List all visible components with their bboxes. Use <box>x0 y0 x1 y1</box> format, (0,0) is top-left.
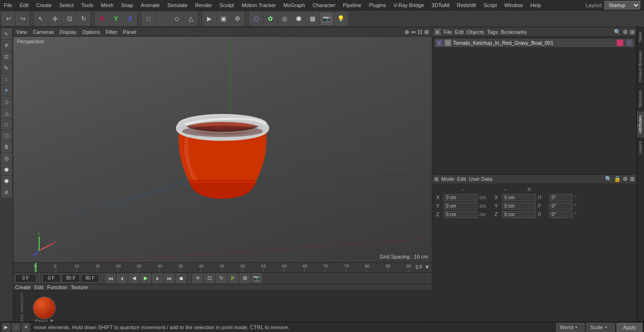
object-mode-button[interactable]: □ <box>142 12 155 25</box>
layout-dropdown[interactable]: Startup Standard Sculpting <box>604 1 640 9</box>
rotate-tool-transport[interactable]: ↻ <box>216 274 226 283</box>
tab-layers[interactable]: Layers <box>637 137 644 158</box>
scale-tool-transport[interactable]: ⊡ <box>204 274 215 283</box>
light-button[interactable]: 💡 <box>334 12 347 25</box>
viewport-menu-view[interactable]: View <box>16 29 27 35</box>
material-item[interactable]: Gravy_B <box>33 297 56 322</box>
grid-transport[interactable]: ⊞ <box>239 274 250 283</box>
left-tool-12[interactable]: ◎ <box>1 153 12 163</box>
edge-mode-button[interactable]: ◇ <box>170 12 183 25</box>
object-color-swatch[interactable] <box>617 40 623 46</box>
y-position-input[interactable] <box>444 202 478 210</box>
left-tool-scale[interactable]: ⊡ <box>1 51 12 62</box>
timeline-ruler[interactable]: 0 5 10 15 20 25 30 <box>13 263 432 272</box>
left-tool-select[interactable]: ↖ <box>1 29 12 39</box>
scene-button[interactable]: ▦ <box>306 12 319 25</box>
menu-motion-tracker[interactable]: Motion Tracker <box>238 1 280 9</box>
menu-file[interactable]: File <box>0 1 16 9</box>
redo-button[interactable]: ↪ <box>16 12 29 25</box>
y-size-input[interactable] <box>502 202 536 210</box>
menu-help[interactable]: Help <box>527 1 545 9</box>
attr-menu-edit[interactable]: Edit <box>457 176 466 182</box>
goto-end-button[interactable]: ⏭ <box>164 274 174 283</box>
apply-button[interactable]: Apply <box>617 323 642 332</box>
attr-menu-userdata[interactable]: User Data <box>469 176 493 182</box>
tab-attributes[interactable]: Attributes <box>637 111 644 137</box>
menu-redshift[interactable]: Redshift <box>453 1 479 9</box>
obj-menu-file[interactable]: File <box>444 29 452 35</box>
z-size-input[interactable] <box>502 211 536 218</box>
camera-button[interactable]: 📷 <box>320 12 333 25</box>
move-tool-transport[interactable]: ✛ <box>192 274 203 283</box>
menu-simulate[interactable]: Simulate <box>164 1 191 9</box>
obj-menu-tags[interactable]: Tags <box>487 29 498 35</box>
point-mode-button[interactable]: · <box>156 12 169 25</box>
obj-search-icon[interactable]: 🔍 <box>614 29 621 35</box>
left-tool-9[interactable]: □ <box>1 119 12 130</box>
viewport-3d[interactable]: Perspective Grid Spacing : 10 cm X Y Z <box>13 37 432 262</box>
render-region-button[interactable]: ▣ <box>217 12 230 25</box>
menu-sculpt[interactable]: Sculpt <box>216 1 238 9</box>
left-tool-6[interactable]: ✦ <box>1 85 12 96</box>
spline-button[interactable]: ✿ <box>264 12 277 25</box>
obj-menu-edit[interactable]: Edit <box>455 29 464 35</box>
menu-plugins[interactable]: Plugins <box>365 1 389 9</box>
status-stop-icon[interactable]: □ <box>12 323 20 332</box>
x-axis-button[interactable]: X <box>95 12 108 25</box>
camera-transport[interactable]: 📷 <box>251 274 262 283</box>
obj-menu-bookmarks[interactable]: Bookmarks <box>501 29 527 35</box>
obj-menu-objects[interactable]: Objects <box>467 29 484 35</box>
pivot-button[interactable]: P <box>228 274 238 283</box>
play-button[interactable]: ▶ <box>140 274 151 283</box>
h-input[interactable] <box>549 194 573 201</box>
poly-mode-button[interactable]: △ <box>184 12 198 25</box>
left-tool-14[interactable]: ⬟ <box>1 176 12 186</box>
tab-takes[interactable]: Takes <box>637 27 644 47</box>
status-close-icon[interactable]: ✕ <box>22 323 30 332</box>
menu-animate[interactable]: Animate <box>137 1 164 9</box>
viewport-icon-4[interactable]: ⊞ <box>424 29 429 35</box>
select-tool-button[interactable]: ↖ <box>34 12 48 25</box>
material-ball[interactable] <box>33 297 56 319</box>
b-input[interactable] <box>549 211 573 218</box>
goto-start-button[interactable]: ⏮ <box>105 274 116 283</box>
p-input[interactable] <box>549 202 573 210</box>
move-tool-button[interactable]: ✛ <box>49 12 62 25</box>
tab-content-browser[interactable]: Content Browser <box>637 47 644 86</box>
left-tool-8[interactable]: △ <box>1 108 12 118</box>
y-axis-button[interactable]: Y <box>109 12 123 25</box>
left-tool-move[interactable]: ✛ <box>1 40 12 50</box>
x-size-input[interactable] <box>502 194 536 201</box>
next-frame-button[interactable]: ⏵ <box>152 274 163 283</box>
status-play-icon[interactable]: ▶ <box>2 323 10 332</box>
attr-lock-icon[interactable]: 🔒 <box>614 176 621 182</box>
menu-window[interactable]: Window <box>501 1 527 9</box>
viewport-menu-filter[interactable]: Filter <box>106 29 117 35</box>
play-reverse-button[interactable]: ◀ <box>129 274 139 283</box>
menu-mesh[interactable]: Mesh <box>97 1 117 9</box>
z-axis-button[interactable]: Z <box>124 12 137 25</box>
attr-expand-icon[interactable]: ⊞ <box>630 176 635 182</box>
scale-dropdown[interactable]: Scale <box>586 323 615 332</box>
cube-button[interactable]: ⬡ <box>249 12 263 25</box>
tab-structure[interactable]: Structure <box>637 86 644 112</box>
obj-expand-icon[interactable]: ⊞ <box>630 29 635 35</box>
mat-menu-texture[interactable]: Texture <box>71 284 88 290</box>
menu-snap[interactable]: Snap <box>117 1 137 9</box>
menu-mograph[interactable]: MoGraph <box>280 1 309 9</box>
x-position-input[interactable] <box>444 194 478 201</box>
menu-select[interactable]: Select <box>56 1 78 9</box>
viewport-icon-2[interactable]: ⇔ <box>411 29 416 35</box>
prev-frame-button[interactable]: ⏴ <box>117 274 127 283</box>
mat-menu-create[interactable]: Create <box>15 284 31 290</box>
record-button[interactable]: ⏺ <box>176 274 186 283</box>
object-visibility[interactable]: · <box>626 40 633 46</box>
attr-settings-icon[interactable]: ⚙ <box>623 176 628 182</box>
mat-menu-function[interactable]: Function <box>47 284 67 290</box>
menu-pipeline[interactable]: Pipeline <box>339 1 365 9</box>
scale-tool-button[interactable]: ⊡ <box>63 12 76 25</box>
3d-object-gravy-boat[interactable] <box>157 77 289 209</box>
undo-button[interactable]: ↩ <box>2 12 15 25</box>
attr-menu-mode[interactable]: Mode <box>441 176 454 182</box>
left-tool-10[interactable]: ⬡ <box>1 130 12 141</box>
